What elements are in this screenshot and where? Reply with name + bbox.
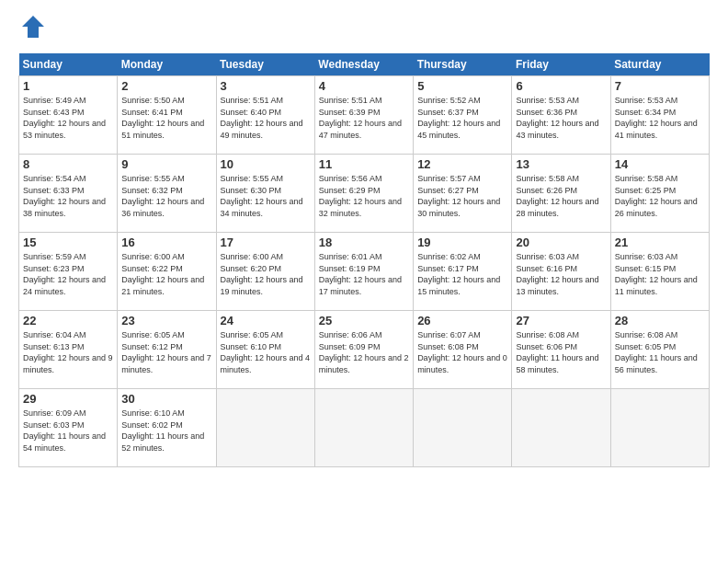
calendar-cell	[216, 389, 314, 467]
calendar-cell: 16Sunrise: 6:00 AMSunset: 6:22 PMDayligh…	[118, 233, 216, 311]
calendar-cell: 28Sunrise: 6:08 AMSunset: 6:05 PMDayligh…	[610, 311, 709, 389]
calendar-cell: 25Sunrise: 6:06 AMSunset: 6:09 PMDayligh…	[314, 311, 413, 389]
calendar-cell: 11Sunrise: 5:56 AMSunset: 6:29 PMDayligh…	[314, 155, 413, 233]
day-info: Sunrise: 6:06 AMSunset: 6:09 PMDaylight:…	[319, 329, 409, 375]
calendar-cell: 1Sunrise: 5:49 AMSunset: 6:43 PMDaylight…	[19, 76, 118, 155]
day-info: Sunrise: 5:58 AMSunset: 6:25 PMDaylight:…	[615, 173, 705, 219]
day-number: 7	[615, 79, 705, 93]
day-number: 19	[417, 236, 507, 249]
day-number: 11	[319, 157, 409, 171]
day-info: Sunrise: 6:00 AMSunset: 6:20 PMDaylight:…	[221, 251, 311, 297]
header-day-saturday: Saturday	[610, 53, 709, 76]
day-info: Sunrise: 5:59 AMSunset: 6:23 PMDaylight:…	[23, 251, 113, 297]
day-info: Sunrise: 5:56 AMSunset: 6:29 PMDaylight:…	[319, 173, 409, 219]
day-number: 14	[615, 157, 705, 171]
calendar-cell: 21Sunrise: 6:03 AMSunset: 6:15 PMDayligh…	[610, 233, 709, 311]
day-info: Sunrise: 6:07 AMSunset: 6:08 PMDaylight:…	[417, 329, 507, 375]
day-number: 18	[319, 236, 409, 249]
day-number: 1	[23, 79, 113, 93]
day-info: Sunrise: 6:05 AMSunset: 6:12 PMDaylight:…	[121, 329, 211, 375]
day-info: Sunrise: 6:10 AMSunset: 6:02 PMDaylight:…	[121, 408, 211, 454]
day-info: Sunrise: 6:05 AMSunset: 6:10 PMDaylight:…	[221, 329, 311, 375]
calendar-cell: 30Sunrise: 6:10 AMSunset: 6:02 PMDayligh…	[118, 389, 216, 467]
day-info: Sunrise: 6:08 AMSunset: 6:05 PMDaylight:…	[615, 329, 705, 375]
day-number: 10	[221, 157, 311, 171]
calendar-cell: 12Sunrise: 5:57 AMSunset: 6:27 PMDayligh…	[414, 155, 512, 233]
day-number: 27	[516, 314, 606, 327]
calendar-cell: 10Sunrise: 5:55 AMSunset: 6:30 PMDayligh…	[216, 155, 314, 233]
calendar-cell: 13Sunrise: 5:58 AMSunset: 6:26 PMDayligh…	[512, 155, 610, 233]
day-info: Sunrise: 5:55 AMSunset: 6:30 PMDaylight:…	[221, 173, 311, 219]
header-day-tuesday: Tuesday	[216, 53, 314, 76]
calendar-cell: 6Sunrise: 5:53 AMSunset: 6:36 PMDaylight…	[512, 76, 610, 155]
day-number: 24	[221, 314, 311, 327]
day-info: Sunrise: 6:03 AMSunset: 6:16 PMDaylight:…	[516, 251, 606, 297]
day-number: 29	[23, 392, 113, 406]
day-info: Sunrise: 5:52 AMSunset: 6:37 PMDaylight:…	[417, 95, 507, 141]
calendar-cell	[314, 389, 413, 467]
day-info: Sunrise: 5:54 AMSunset: 6:33 PMDaylight:…	[23, 173, 113, 219]
calendar-cell: 19Sunrise: 6:02 AMSunset: 6:17 PMDayligh…	[414, 233, 512, 311]
calendar-cell: 3Sunrise: 5:51 AMSunset: 6:40 PMDaylight…	[216, 76, 314, 155]
calendar-cell	[414, 389, 512, 467]
header-row: SundayMondayTuesdayWednesdayThursdayFrid…	[19, 53, 710, 76]
calendar-cell: 27Sunrise: 6:08 AMSunset: 6:06 PMDayligh…	[512, 311, 610, 389]
header-day-monday: Monday	[118, 53, 216, 76]
calendar-week-4: 22Sunrise: 6:04 AMSunset: 6:13 PMDayligh…	[19, 311, 710, 389]
calendar-cell	[610, 389, 709, 467]
day-info: Sunrise: 6:02 AMSunset: 6:17 PMDaylight:…	[417, 251, 507, 297]
logo-icon	[20, 14, 46, 40]
header-day-sunday: Sunday	[19, 53, 118, 76]
day-number: 5	[417, 79, 507, 93]
day-info: Sunrise: 5:51 AMSunset: 6:39 PMDaylight:…	[319, 95, 409, 141]
calendar-cell: 17Sunrise: 6:00 AMSunset: 6:20 PMDayligh…	[216, 233, 314, 311]
day-number: 16	[121, 236, 211, 249]
day-info: Sunrise: 5:58 AMSunset: 6:26 PMDaylight:…	[516, 173, 606, 219]
day-number: 6	[516, 79, 606, 93]
calendar-cell: 9Sunrise: 5:55 AMSunset: 6:32 PMDaylight…	[118, 155, 216, 233]
day-info: Sunrise: 5:51 AMSunset: 6:40 PMDaylight:…	[221, 95, 311, 141]
day-info: Sunrise: 6:03 AMSunset: 6:15 PMDaylight:…	[615, 251, 705, 297]
day-number: 17	[221, 236, 311, 249]
svg-marker-0	[22, 16, 44, 38]
day-info: Sunrise: 6:00 AMSunset: 6:22 PMDaylight:…	[121, 251, 211, 297]
header	[18, 14, 710, 44]
day-number: 28	[615, 314, 705, 327]
calendar-week-1: 1Sunrise: 5:49 AMSunset: 6:43 PMDaylight…	[19, 76, 710, 155]
day-number: 2	[121, 79, 211, 93]
day-number: 25	[319, 314, 409, 327]
calendar-cell: 8Sunrise: 5:54 AMSunset: 6:33 PMDaylight…	[19, 155, 118, 233]
day-number: 21	[615, 236, 705, 249]
day-number: 13	[516, 157, 606, 171]
page-container: SundayMondayTuesdayWednesdayThursdayFrid…	[0, 0, 728, 477]
calendar-cell: 20Sunrise: 6:03 AMSunset: 6:16 PMDayligh…	[512, 233, 610, 311]
header-day-wednesday: Wednesday	[314, 53, 413, 76]
calendar-cell: 5Sunrise: 5:52 AMSunset: 6:37 PMDaylight…	[414, 76, 512, 155]
calendar-cell: 15Sunrise: 5:59 AMSunset: 6:23 PMDayligh…	[19, 233, 118, 311]
day-info: Sunrise: 5:53 AMSunset: 6:34 PMDaylight:…	[615, 95, 705, 141]
calendar-table: SundayMondayTuesdayWednesdayThursdayFrid…	[18, 53, 710, 467]
day-info: Sunrise: 5:55 AMSunset: 6:32 PMDaylight:…	[121, 173, 211, 219]
day-info: Sunrise: 6:04 AMSunset: 6:13 PMDaylight:…	[23, 329, 113, 375]
day-number: 20	[516, 236, 606, 249]
day-info: Sunrise: 6:01 AMSunset: 6:19 PMDaylight:…	[319, 251, 409, 297]
day-number: 3	[221, 79, 311, 93]
day-number: 4	[319, 79, 409, 93]
day-number: 15	[23, 236, 113, 249]
day-info: Sunrise: 5:50 AMSunset: 6:41 PMDaylight:…	[121, 95, 211, 141]
calendar-cell: 7Sunrise: 5:53 AMSunset: 6:34 PMDaylight…	[610, 76, 709, 155]
calendar-cell: 26Sunrise: 6:07 AMSunset: 6:08 PMDayligh…	[414, 311, 512, 389]
day-number: 9	[121, 157, 211, 171]
day-info: Sunrise: 6:09 AMSunset: 6:03 PMDaylight:…	[23, 408, 113, 454]
calendar-week-5: 29Sunrise: 6:09 AMSunset: 6:03 PMDayligh…	[19, 389, 710, 467]
calendar-cell	[512, 389, 610, 467]
day-number: 23	[121, 314, 211, 327]
calendar-cell: 22Sunrise: 6:04 AMSunset: 6:13 PMDayligh…	[19, 311, 118, 389]
calendar-cell: 24Sunrise: 6:05 AMSunset: 6:10 PMDayligh…	[216, 311, 314, 389]
header-day-friday: Friday	[512, 53, 610, 76]
calendar-cell: 29Sunrise: 6:09 AMSunset: 6:03 PMDayligh…	[19, 389, 118, 467]
logo	[18, 14, 46, 44]
calendar-cell: 23Sunrise: 6:05 AMSunset: 6:12 PMDayligh…	[118, 311, 216, 389]
day-number: 26	[417, 314, 507, 327]
calendar-week-3: 15Sunrise: 5:59 AMSunset: 6:23 PMDayligh…	[19, 233, 710, 311]
